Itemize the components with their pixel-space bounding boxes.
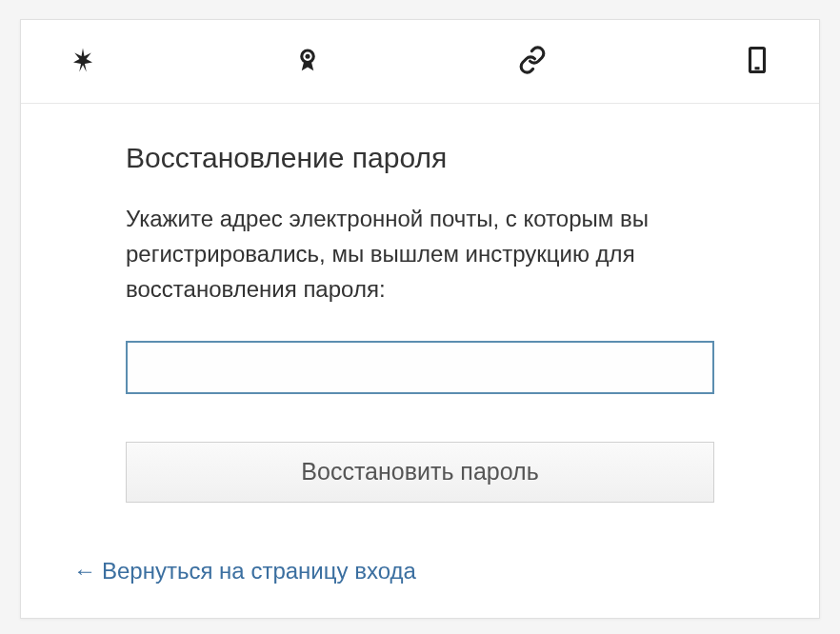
tab-bar bbox=[21, 20, 819, 104]
form-heading: Восстановление пароля bbox=[126, 142, 714, 174]
back-to-login-link[interactable]: ←Вернуться на страницу входа bbox=[73, 558, 416, 584]
form-description: Укажите адрес электронной почты, с котор… bbox=[126, 201, 714, 307]
tab-phone[interactable] bbox=[733, 38, 781, 86]
email-input[interactable] bbox=[126, 341, 714, 394]
link-icon bbox=[518, 46, 547, 78]
footer: ←Вернуться на страницу входа bbox=[21, 531, 819, 618]
asterisk-icon bbox=[69, 46, 97, 78]
tab-asterisk[interactable] bbox=[59, 38, 107, 86]
phone-icon bbox=[743, 46, 771, 78]
password-recovery-card: Восстановление пароля Укажите адрес элек… bbox=[20, 19, 820, 619]
form-content: Восстановление пароля Укажите адрес элек… bbox=[21, 104, 819, 531]
tab-badge[interactable] bbox=[284, 38, 331, 86]
svg-point-1 bbox=[306, 53, 310, 58]
tab-link[interactable] bbox=[509, 38, 556, 86]
submit-button[interactable]: Восстановить пароль bbox=[126, 442, 714, 503]
back-link-label: Вернуться на страницу входа bbox=[102, 558, 416, 584]
arrow-left-icon: ← bbox=[73, 558, 96, 584]
badge-icon bbox=[293, 46, 322, 78]
